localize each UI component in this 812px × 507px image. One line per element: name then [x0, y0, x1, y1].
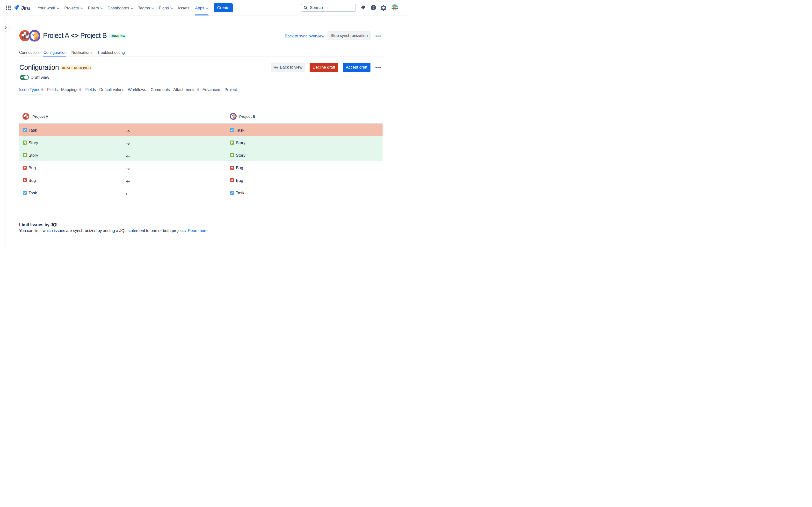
svg-text:?: ?	[372, 6, 374, 10]
